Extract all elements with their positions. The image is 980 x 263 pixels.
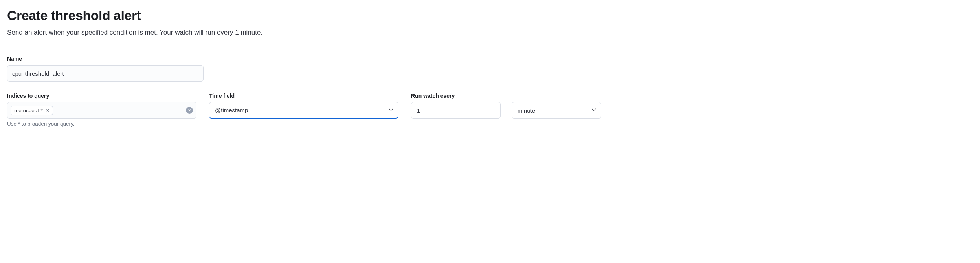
name-label: Name — [7, 56, 973, 62]
index-pill[interactable]: metricbeat-* ✕ — [11, 106, 53, 115]
page-title: Create threshold alert — [7, 8, 973, 23]
indices-help-text: Use * to broaden your query. — [7, 121, 196, 127]
divider — [7, 46, 973, 46]
name-input[interactable] — [7, 65, 204, 82]
clear-all-icon[interactable]: ✕ — [186, 107, 193, 114]
page-description: Send an alert when your specified condit… — [7, 29, 973, 37]
indices-combobox[interactable]: metricbeat-* ✕ ✕ — [7, 102, 196, 119]
indices-label: Indices to query — [7, 93, 196, 99]
timefield-select[interactable] — [209, 102, 398, 119]
index-pill-text: metricbeat-* — [14, 108, 43, 113]
runwatch-label: Run watch every — [411, 93, 601, 99]
runwatch-interval-input[interactable] — [411, 102, 501, 119]
timefield-label: Time field — [209, 93, 398, 99]
runwatch-unit-select[interactable] — [512, 102, 601, 119]
remove-pill-icon[interactable]: ✕ — [45, 108, 50, 113]
